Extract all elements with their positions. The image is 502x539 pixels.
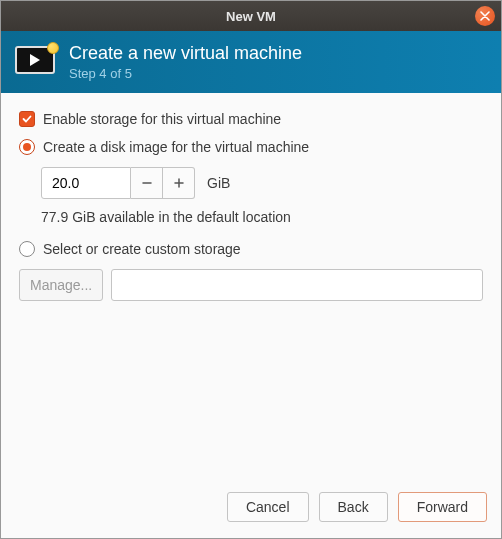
back-button[interactable]: Back	[319, 492, 388, 522]
enable-storage-row[interactable]: Enable storage for this virtual machine	[19, 111, 483, 127]
new-vm-window: New VM Create a new virtual machine Step…	[0, 0, 502, 539]
create-disk-label: Create a disk image for the virtual mach…	[43, 139, 309, 155]
checkmark-icon	[22, 114, 32, 124]
disk-size-row: GiB	[41, 167, 483, 199]
plus-icon	[173, 177, 185, 189]
banner-step: Step 4 of 5	[69, 66, 302, 81]
titlebar: New VM	[1, 1, 501, 31]
custom-storage-controls: Manage...	[19, 269, 483, 301]
vm-icon	[15, 44, 57, 80]
wizard-banner: Create a new virtual machine Step 4 of 5	[1, 31, 501, 93]
disk-size-unit: GiB	[207, 175, 230, 191]
disk-size-spinbox	[41, 167, 195, 199]
custom-storage-radio[interactable]	[19, 241, 35, 257]
create-disk-row[interactable]: Create a disk image for the virtual mach…	[19, 139, 483, 155]
enable-storage-label: Enable storage for this virtual machine	[43, 111, 281, 127]
close-icon	[480, 11, 490, 21]
wizard-content: Enable storage for this virtual machine …	[1, 93, 501, 482]
minus-icon	[141, 177, 153, 189]
storage-path-input[interactable]	[111, 269, 483, 301]
close-button[interactable]	[475, 6, 495, 26]
create-disk-radio[interactable]	[19, 139, 35, 155]
wizard-footer: Cancel Back Forward	[1, 482, 501, 538]
window-title: New VM	[226, 9, 276, 24]
custom-storage-label: Select or create custom storage	[43, 241, 241, 257]
forward-button[interactable]: Forward	[398, 492, 487, 522]
decrement-button[interactable]	[131, 167, 163, 199]
cancel-button[interactable]: Cancel	[227, 492, 309, 522]
custom-storage-row[interactable]: Select or create custom storage	[19, 241, 483, 257]
enable-storage-checkbox[interactable]	[19, 111, 35, 127]
available-space-label: 77.9 GiB available in the default locati…	[41, 209, 483, 225]
manage-button[interactable]: Manage...	[19, 269, 103, 301]
increment-button[interactable]	[163, 167, 195, 199]
disk-size-input[interactable]	[41, 167, 131, 199]
banner-title: Create a new virtual machine	[69, 43, 302, 64]
